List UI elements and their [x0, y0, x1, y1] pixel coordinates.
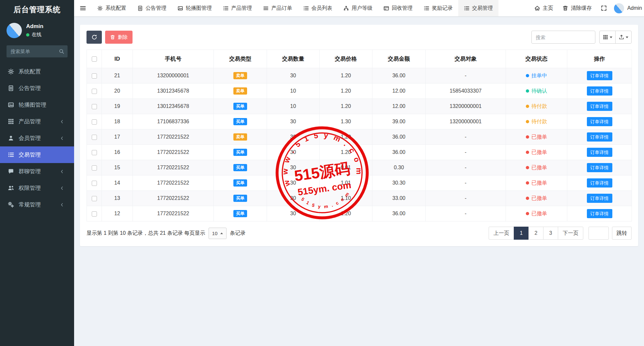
row-checkbox[interactable]	[92, 165, 97, 171]
order-detail-button[interactable]: 订单详情	[587, 102, 612, 111]
row-checkbox[interactable]	[92, 119, 97, 125]
records-summary-suffix: 条记录	[230, 230, 245, 237]
home-link[interactable]: 主页	[530, 0, 558, 16]
trade-type-badge: 买单	[233, 149, 247, 156]
sidebar-item-5[interactable]: 交易管理	[0, 146, 74, 163]
order-detail-button[interactable]: 订单详情	[587, 163, 612, 172]
refresh-button[interactable]	[86, 31, 102, 44]
row-checkbox[interactable]	[92, 135, 97, 140]
jump-button[interactable]: 跳转	[612, 227, 632, 240]
status-badge: 已撤单	[526, 164, 547, 171]
table-row: 1617720221522买单301.2036.00-已撤单订单详情	[87, 145, 632, 160]
cogs-icon	[8, 202, 14, 208]
cell-phone: 17720221522	[133, 145, 214, 160]
tab-7[interactable]: 回收管理	[378, 0, 418, 16]
page-jump-input[interactable]	[589, 227, 609, 240]
cell-price: 1.20	[320, 129, 372, 145]
table-search-input[interactable]	[531, 31, 595, 44]
row-checkbox[interactable]	[92, 211, 97, 217]
prev-page-button[interactable]: 上一页	[489, 227, 514, 240]
tab-0[interactable]: 系统配置	[92, 0, 132, 16]
cell-price: 1.30	[320, 114, 372, 129]
table-row: 1417720221522买单301.0130.30-已撤单订单详情	[87, 175, 632, 191]
cell-phone: 13200000001	[133, 68, 214, 83]
row-checkbox[interactable]	[92, 181, 97, 186]
row-checkbox[interactable]	[92, 89, 97, 94]
row-checkbox[interactable]	[92, 150, 97, 155]
tab-8[interactable]: 奖励记录	[418, 0, 458, 16]
fullscreen-button[interactable]	[596, 0, 611, 16]
cell-qty: 30	[267, 160, 320, 175]
order-detail-button[interactable]: 订单详情	[587, 148, 612, 157]
select-all-checkbox[interactable]	[92, 56, 97, 62]
sidebar-item-4[interactable]: 会员管理	[0, 130, 74, 146]
columns-toggle-button[interactable]	[599, 31, 616, 44]
sidebar-item-label: 交易管理	[19, 151, 41, 158]
sidebar-item-label: 权限管理	[19, 184, 41, 192]
sidebar-item-label: 群聊管理	[19, 168, 41, 175]
sidebar-toggle-button[interactable]	[74, 0, 92, 16]
avatar	[7, 23, 22, 38]
sidebar-item-3[interactable]: 产品管理	[0, 113, 74, 130]
row-checkbox[interactable]	[92, 104, 97, 109]
tab-9[interactable]: 交易管理	[458, 0, 498, 16]
cell-id: 21	[102, 68, 133, 83]
clear-cache-link[interactable]: 清除缓存	[558, 0, 596, 16]
order-detail-button[interactable]: 订单详情	[587, 178, 612, 188]
trade-type-badge: 买单	[233, 118, 247, 125]
trash-icon	[110, 35, 115, 40]
trade-type-badge: 卖单	[233, 87, 247, 95]
table-row: 2013012345678卖单101.2012.0015854033307待确认…	[87, 83, 632, 99]
table-row: 1317720221522买单301.1033.00-已撤单订单详情	[87, 191, 632, 206]
sidebar-item-8[interactable]: 常规管理	[0, 196, 74, 213]
column-header: 交易对象	[426, 50, 506, 68]
order-detail-button[interactable]: 订单详情	[587, 71, 612, 80]
order-detail-button[interactable]: 订单详情	[587, 132, 612, 142]
sidebar-item-label: 常规管理	[19, 201, 41, 208]
status-dot-icon	[526, 197, 529, 200]
cell-id: 13	[102, 191, 133, 206]
tab-3[interactable]: 产品管理	[217, 0, 258, 16]
cell-amount: 39.00	[372, 114, 426, 129]
online-dot-icon	[26, 33, 29, 37]
navbar-avatar[interactable]	[614, 3, 624, 13]
next-page-button[interactable]: 下一页	[558, 227, 583, 240]
status-dot-icon	[526, 151, 529, 154]
row-checkbox[interactable]	[92, 73, 97, 79]
column-header: 交易金额	[372, 50, 426, 68]
list-icon	[223, 6, 228, 11]
sidebar: 后台管理系统 Admin 在线 系统配置公告管理轮播图管理产品管理会员管理交易管…	[0, 0, 74, 346]
sidebar-item-1[interactable]: 公告管理	[0, 80, 74, 97]
menu-search-input[interactable]	[7, 45, 68, 57]
top-navbar: 系统配置公告管理轮播图管理产品管理产品订单会员列表用户等级回收管理奖励记录交易管…	[74, 0, 644, 16]
sidebar-item-2[interactable]: 轮播图管理	[0, 97, 74, 113]
tab-6[interactable]: 用户等级	[338, 0, 378, 16]
page-size-select[interactable]: 10	[209, 228, 227, 239]
delete-button[interactable]: 删除	[105, 31, 133, 44]
sidebar-item-6[interactable]: 群聊管理	[0, 163, 74, 180]
tab-1[interactable]: 公告管理	[132, 0, 172, 16]
status-badge: 已撤单	[526, 149, 547, 156]
order-detail-button[interactable]: 订单详情	[587, 209, 612, 218]
row-checkbox[interactable]	[92, 196, 97, 201]
cell-id: 19	[102, 99, 133, 114]
page-button-2[interactable]: 2	[528, 227, 543, 240]
tab-2[interactable]: 轮播图管理	[172, 0, 217, 16]
export-button[interactable]	[615, 31, 632, 44]
table-header-row: ID手机号交易类型交易数量交易价格交易金额交易对象交易状态操作	[87, 50, 632, 68]
tab-4[interactable]: 产品订单	[258, 0, 298, 16]
page-button-1[interactable]: 1	[514, 227, 529, 240]
sidebar-item-7[interactable]: 权限管理	[0, 180, 74, 196]
list-icon	[303, 6, 309, 11]
page-button-3[interactable]: 3	[543, 227, 558, 240]
cell-target: -	[426, 160, 506, 175]
sidebar-item-0[interactable]: 系统配置	[0, 63, 74, 80]
order-detail-button[interactable]: 订单详情	[587, 86, 612, 96]
order-detail-button[interactable]: 订单详情	[587, 117, 612, 126]
cell-qty: 30	[267, 68, 320, 83]
cell-qty: 30	[267, 145, 320, 160]
order-detail-button[interactable]: 订单详情	[587, 194, 612, 203]
trash-icon	[562, 5, 568, 11]
cell-target: 15854033307	[426, 83, 506, 99]
tab-5[interactable]: 会员列表	[298, 0, 338, 16]
